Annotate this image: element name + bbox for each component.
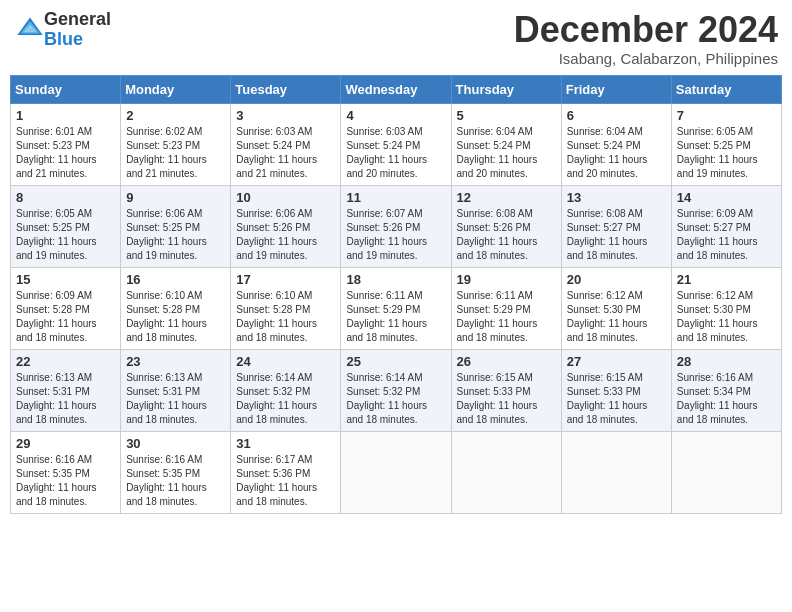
month-year: December 2024 bbox=[514, 10, 778, 50]
day-info: Sunrise: 6:09 AM Sunset: 5:28 PM Dayligh… bbox=[16, 289, 115, 345]
header-cell-saturday: Saturday bbox=[671, 75, 781, 103]
calendar-cell: 20Sunrise: 6:12 AM Sunset: 5:30 PM Dayli… bbox=[561, 267, 671, 349]
day-info: Sunrise: 6:03 AM Sunset: 5:24 PM Dayligh… bbox=[236, 125, 335, 181]
day-info: Sunrise: 6:02 AM Sunset: 5:23 PM Dayligh… bbox=[126, 125, 225, 181]
day-number: 27 bbox=[567, 354, 666, 369]
day-number: 20 bbox=[567, 272, 666, 287]
calendar-week-3: 22Sunrise: 6:13 AM Sunset: 5:31 PM Dayli… bbox=[11, 349, 782, 431]
day-number: 16 bbox=[126, 272, 225, 287]
day-info: Sunrise: 6:11 AM Sunset: 5:29 PM Dayligh… bbox=[346, 289, 445, 345]
day-number: 8 bbox=[16, 190, 115, 205]
day-number: 7 bbox=[677, 108, 776, 123]
header-row: SundayMondayTuesdayWednesdayThursdayFrid… bbox=[11, 75, 782, 103]
day-info: Sunrise: 6:11 AM Sunset: 5:29 PM Dayligh… bbox=[457, 289, 556, 345]
day-number: 19 bbox=[457, 272, 556, 287]
day-info: Sunrise: 6:06 AM Sunset: 5:25 PM Dayligh… bbox=[126, 207, 225, 263]
day-number: 13 bbox=[567, 190, 666, 205]
day-info: Sunrise: 6:06 AM Sunset: 5:26 PM Dayligh… bbox=[236, 207, 335, 263]
day-number: 28 bbox=[677, 354, 776, 369]
calendar-cell: 23Sunrise: 6:13 AM Sunset: 5:31 PM Dayli… bbox=[121, 349, 231, 431]
header-cell-wednesday: Wednesday bbox=[341, 75, 451, 103]
calendar-cell: 18Sunrise: 6:11 AM Sunset: 5:29 PM Dayli… bbox=[341, 267, 451, 349]
day-number: 23 bbox=[126, 354, 225, 369]
header-cell-thursday: Thursday bbox=[451, 75, 561, 103]
calendar-cell: 2Sunrise: 6:02 AM Sunset: 5:23 PM Daylig… bbox=[121, 103, 231, 185]
calendar-cell: 29Sunrise: 6:16 AM Sunset: 5:35 PM Dayli… bbox=[11, 431, 121, 513]
day-info: Sunrise: 6:12 AM Sunset: 5:30 PM Dayligh… bbox=[677, 289, 776, 345]
day-info: Sunrise: 6:01 AM Sunset: 5:23 PM Dayligh… bbox=[16, 125, 115, 181]
day-info: Sunrise: 6:17 AM Sunset: 5:36 PM Dayligh… bbox=[236, 453, 335, 509]
calendar-cell: 28Sunrise: 6:16 AM Sunset: 5:34 PM Dayli… bbox=[671, 349, 781, 431]
day-info: Sunrise: 6:05 AM Sunset: 5:25 PM Dayligh… bbox=[16, 207, 115, 263]
day-info: Sunrise: 6:05 AM Sunset: 5:25 PM Dayligh… bbox=[677, 125, 776, 181]
calendar-cell: 26Sunrise: 6:15 AM Sunset: 5:33 PM Dayli… bbox=[451, 349, 561, 431]
calendar-week-0: 1Sunrise: 6:01 AM Sunset: 5:23 PM Daylig… bbox=[11, 103, 782, 185]
day-info: Sunrise: 6:07 AM Sunset: 5:26 PM Dayligh… bbox=[346, 207, 445, 263]
calendar-cell bbox=[341, 431, 451, 513]
day-info: Sunrise: 6:14 AM Sunset: 5:32 PM Dayligh… bbox=[346, 371, 445, 427]
day-number: 9 bbox=[126, 190, 225, 205]
calendar-cell bbox=[561, 431, 671, 513]
day-info: Sunrise: 6:15 AM Sunset: 5:33 PM Dayligh… bbox=[457, 371, 556, 427]
day-info: Sunrise: 6:08 AM Sunset: 5:26 PM Dayligh… bbox=[457, 207, 556, 263]
calendar-cell bbox=[451, 431, 561, 513]
day-number: 18 bbox=[346, 272, 445, 287]
calendar-cell: 4Sunrise: 6:03 AM Sunset: 5:24 PM Daylig… bbox=[341, 103, 451, 185]
day-number: 5 bbox=[457, 108, 556, 123]
calendar-cell: 30Sunrise: 6:16 AM Sunset: 5:35 PM Dayli… bbox=[121, 431, 231, 513]
day-info: Sunrise: 6:13 AM Sunset: 5:31 PM Dayligh… bbox=[126, 371, 225, 427]
day-number: 3 bbox=[236, 108, 335, 123]
header-cell-friday: Friday bbox=[561, 75, 671, 103]
calendar-cell: 13Sunrise: 6:08 AM Sunset: 5:27 PM Dayli… bbox=[561, 185, 671, 267]
calendar-cell: 6Sunrise: 6:04 AM Sunset: 5:24 PM Daylig… bbox=[561, 103, 671, 185]
day-number: 25 bbox=[346, 354, 445, 369]
calendar-table: SundayMondayTuesdayWednesdayThursdayFrid… bbox=[10, 75, 782, 514]
calendar-cell: 16Sunrise: 6:10 AM Sunset: 5:28 PM Dayli… bbox=[121, 267, 231, 349]
day-number: 30 bbox=[126, 436, 225, 451]
logo: General Blue bbox=[14, 10, 111, 50]
day-info: Sunrise: 6:16 AM Sunset: 5:34 PM Dayligh… bbox=[677, 371, 776, 427]
day-info: Sunrise: 6:13 AM Sunset: 5:31 PM Dayligh… bbox=[16, 371, 115, 427]
day-number: 15 bbox=[16, 272, 115, 287]
calendar-cell: 7Sunrise: 6:05 AM Sunset: 5:25 PM Daylig… bbox=[671, 103, 781, 185]
day-info: Sunrise: 6:04 AM Sunset: 5:24 PM Dayligh… bbox=[567, 125, 666, 181]
day-number: 11 bbox=[346, 190, 445, 205]
calendar-cell: 27Sunrise: 6:15 AM Sunset: 5:33 PM Dayli… bbox=[561, 349, 671, 431]
day-info: Sunrise: 6:10 AM Sunset: 5:28 PM Dayligh… bbox=[126, 289, 225, 345]
calendar-week-2: 15Sunrise: 6:09 AM Sunset: 5:28 PM Dayli… bbox=[11, 267, 782, 349]
day-number: 1 bbox=[16, 108, 115, 123]
day-info: Sunrise: 6:08 AM Sunset: 5:27 PM Dayligh… bbox=[567, 207, 666, 263]
calendar-cell: 10Sunrise: 6:06 AM Sunset: 5:26 PM Dayli… bbox=[231, 185, 341, 267]
calendar-cell: 15Sunrise: 6:09 AM Sunset: 5:28 PM Dayli… bbox=[11, 267, 121, 349]
calendar-week-1: 8Sunrise: 6:05 AM Sunset: 5:25 PM Daylig… bbox=[11, 185, 782, 267]
calendar-cell: 19Sunrise: 6:11 AM Sunset: 5:29 PM Dayli… bbox=[451, 267, 561, 349]
day-info: Sunrise: 6:10 AM Sunset: 5:28 PM Dayligh… bbox=[236, 289, 335, 345]
calendar-header: SundayMondayTuesdayWednesdayThursdayFrid… bbox=[11, 75, 782, 103]
day-info: Sunrise: 6:09 AM Sunset: 5:27 PM Dayligh… bbox=[677, 207, 776, 263]
day-info: Sunrise: 6:15 AM Sunset: 5:33 PM Dayligh… bbox=[567, 371, 666, 427]
calendar-body: 1Sunrise: 6:01 AM Sunset: 5:23 PM Daylig… bbox=[11, 103, 782, 513]
day-number: 12 bbox=[457, 190, 556, 205]
calendar-cell: 8Sunrise: 6:05 AM Sunset: 5:25 PM Daylig… bbox=[11, 185, 121, 267]
day-number: 29 bbox=[16, 436, 115, 451]
day-info: Sunrise: 6:14 AM Sunset: 5:32 PM Dayligh… bbox=[236, 371, 335, 427]
calendar-cell: 14Sunrise: 6:09 AM Sunset: 5:27 PM Dayli… bbox=[671, 185, 781, 267]
header-cell-sunday: Sunday bbox=[11, 75, 121, 103]
day-info: Sunrise: 6:16 AM Sunset: 5:35 PM Dayligh… bbox=[16, 453, 115, 509]
title-block: December 2024 Isabang, Calabarzon, Phili… bbox=[514, 10, 778, 67]
calendar-week-4: 29Sunrise: 6:16 AM Sunset: 5:35 PM Dayli… bbox=[11, 431, 782, 513]
calendar-cell: 9Sunrise: 6:06 AM Sunset: 5:25 PM Daylig… bbox=[121, 185, 231, 267]
calendar-cell: 1Sunrise: 6:01 AM Sunset: 5:23 PM Daylig… bbox=[11, 103, 121, 185]
day-number: 31 bbox=[236, 436, 335, 451]
calendar-cell: 12Sunrise: 6:08 AM Sunset: 5:26 PM Dayli… bbox=[451, 185, 561, 267]
page-header: General Blue December 2024 Isabang, Cala… bbox=[10, 10, 782, 67]
day-info: Sunrise: 6:12 AM Sunset: 5:30 PM Dayligh… bbox=[567, 289, 666, 345]
logo-blue: Blue bbox=[44, 29, 83, 49]
day-number: 14 bbox=[677, 190, 776, 205]
logo-general: General bbox=[44, 9, 111, 29]
day-number: 24 bbox=[236, 354, 335, 369]
day-number: 10 bbox=[236, 190, 335, 205]
day-number: 21 bbox=[677, 272, 776, 287]
day-number: 6 bbox=[567, 108, 666, 123]
calendar-cell: 17Sunrise: 6:10 AM Sunset: 5:28 PM Dayli… bbox=[231, 267, 341, 349]
